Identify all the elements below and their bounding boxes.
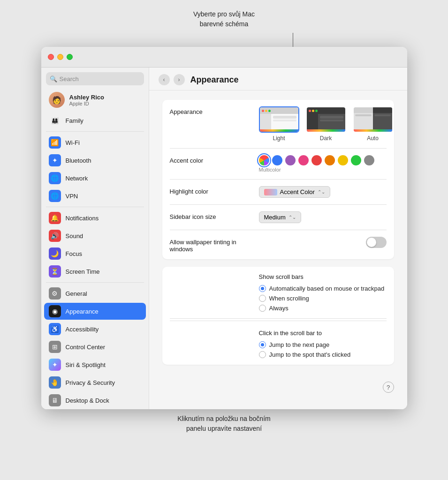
sidebar-item-wifi[interactable]: 📶 Wi-Fi xyxy=(44,134,146,151)
sidebar-item-accessibility[interactable]: ♿ Accessibility xyxy=(44,321,146,338)
minimize-button[interactable] xyxy=(57,54,63,60)
sidebar-label-screentime: Screen Time xyxy=(66,268,100,275)
main-content: ‹ › Appearance Appearance xyxy=(149,68,407,409)
vpn-icon: 🌐 xyxy=(49,190,61,202)
accent-color-row: Accent color xyxy=(170,149,387,180)
click-spot-option[interactable]: Jump to the spot that's clicked xyxy=(259,351,351,358)
appearance-row: Appearance xyxy=(170,100,387,149)
sidebar-label-general: General xyxy=(66,290,87,297)
highlight-color-label: Highlight color xyxy=(170,186,250,195)
accent-purple[interactable] xyxy=(285,155,296,165)
sidebar-divider xyxy=(46,131,144,132)
click-next-page-label: Jump to the next page xyxy=(269,341,330,348)
accent-yellow[interactable] xyxy=(338,155,348,165)
scrollbar-scrolling-option[interactable]: When scrolling xyxy=(259,295,385,302)
sidebar-icon-size-row: Sidebar icon size Medium ⌃⌄ xyxy=(170,205,387,230)
click-next-page-option[interactable]: Jump to the next page xyxy=(259,341,351,348)
appearance-option-light[interactable]: Light xyxy=(259,106,299,142)
sidebar-item-privacy[interactable]: 🤚 Privacy & Security xyxy=(44,374,146,391)
avatar: 🧑 xyxy=(49,92,65,108)
accent-orange[interactable] xyxy=(325,155,335,165)
show-scrollbars-label: Show scroll bars xyxy=(259,273,385,280)
sidebar-label-privacy: Privacy & Security xyxy=(66,379,115,386)
sidebar-item-vpn[interactable]: 🌐 VPN xyxy=(44,188,146,204)
click-scrollbar-group: Click in the scroll bar to Jump to the n… xyxy=(259,330,351,358)
privacy-icon: 🤚 xyxy=(49,376,61,389)
accent-graphite[interactable] xyxy=(364,155,374,165)
appearance-row-control: Light xyxy=(259,106,393,142)
accent-green[interactable] xyxy=(351,155,361,165)
callout-bottom: Kliknutím na položku na bočním panelu up… xyxy=(177,414,270,434)
scrollbar-scrolling-radio[interactable] xyxy=(259,295,266,302)
accent-color-label: Accent color xyxy=(170,155,250,164)
scrollbar-auto-option[interactable]: Automatically based on mouse or trackpad xyxy=(259,285,385,292)
click-scrollbar-label: Click in the scroll bar to xyxy=(259,330,351,337)
maximize-button[interactable] xyxy=(67,54,73,60)
close-button[interactable] xyxy=(48,54,54,60)
sidebar-item-screentime[interactable]: ⏳ Screen Time xyxy=(44,263,146,280)
family-item[interactable]: 👨‍👩‍👧 Family xyxy=(44,112,146,129)
click-scrollbar-row-label xyxy=(170,330,250,331)
sidebar-size-dropdown[interactable]: Medium ⌃⌄ xyxy=(259,211,301,223)
wallpaper-tinting-toggle[interactable] xyxy=(366,237,387,248)
highlight-color-dropdown[interactable]: Accent Color ⌃⌄ xyxy=(259,186,330,198)
user-item[interactable]: 🧑 Ashley Rico Apple ID xyxy=(44,89,146,111)
sidebar-item-controlcenter[interactable]: ⊞ Control Center xyxy=(44,338,146,355)
sidebar-item-bluetooth[interactable]: ✦ Bluetooth xyxy=(44,152,146,169)
sidebar-item-appearance[interactable]: ◉ Appearance xyxy=(44,303,146,320)
highlight-color-row: Highlight color Accent Color ⌃⌄ xyxy=(170,180,387,205)
sidebar-item-focus[interactable]: 🌙 Focus xyxy=(44,245,146,262)
nav-forward-button[interactable]: › xyxy=(174,74,185,85)
appearance-thumbnail-auto xyxy=(353,106,393,133)
accent-multicolor[interactable] xyxy=(259,155,269,165)
wallpaper-tinting-control xyxy=(259,237,387,248)
wallpaper-tinting-label: Allow wallpaper tinting in windows xyxy=(170,237,250,253)
user-info: Ashley Rico Apple ID xyxy=(69,94,104,106)
show-scrollbars-group: Show scroll bars Automatically based on … xyxy=(259,273,385,312)
scrollbar-always-option[interactable]: Always xyxy=(259,305,385,312)
titlebar xyxy=(41,47,407,68)
sidebar-item-siri[interactable]: ✦ Siri & Spotlight xyxy=(44,356,146,373)
sidebar-item-desktop[interactable]: 🖥 Desktop & Dock xyxy=(44,392,146,409)
desktop-icon: 🖥 xyxy=(49,394,61,406)
appearance-label-light: Light xyxy=(273,135,285,142)
focus-icon: 🌙 xyxy=(49,248,61,260)
sidebar-item-notifications[interactable]: 🔔 Notifications xyxy=(44,210,146,226)
appearance-option-auto[interactable]: Auto xyxy=(353,106,393,142)
sound-icon: 🔊 xyxy=(49,230,61,242)
click-next-page-radio[interactable] xyxy=(259,341,266,348)
appearance-thumbnail-light xyxy=(259,106,299,133)
scrollbar-row: Show scroll bars Automatically based on … xyxy=(170,267,387,319)
search-bar[interactable]: 🔍 Search xyxy=(46,72,144,85)
sidebar-label-wifi: Wi-Fi xyxy=(66,139,80,146)
accent-red[interactable] xyxy=(311,155,322,165)
user-name: Ashley Rico xyxy=(69,94,104,101)
accent-blue[interactable] xyxy=(272,155,282,165)
click-spot-label: Jump to the spot that's clicked xyxy=(269,351,351,358)
main-header: ‹ › Appearance xyxy=(149,68,407,90)
traffic-lights xyxy=(48,54,73,60)
sidebar-item-sound[interactable]: 🔊 Sound xyxy=(44,227,146,244)
window-body: 🔍 Search 🧑 Ashley Rico Apple ID 👨‍👩‍👧 Fa… xyxy=(41,68,407,409)
scrollbar-always-radio[interactable] xyxy=(259,305,266,312)
appearance-thumbnail-dark xyxy=(306,106,346,133)
click-spot-radio[interactable] xyxy=(259,351,266,358)
appearance-option-dark[interactable]: Dark xyxy=(306,106,346,142)
accent-selected-label: Multicolor xyxy=(259,167,281,172)
accent-pink[interactable] xyxy=(298,155,309,165)
sidebar-item-general[interactable]: ⚙ General xyxy=(44,285,146,302)
appearance-row-label: Appearance xyxy=(170,106,250,115)
highlight-color-control: Accent Color ⌃⌄ xyxy=(259,186,387,198)
scrollbar-separator xyxy=(170,321,387,321)
user-subtitle: Apple ID xyxy=(69,101,104,106)
help-button[interactable]: ? xyxy=(383,382,394,393)
sidebar-item-network[interactable]: 🌐 Network xyxy=(44,170,146,187)
family-label: Family xyxy=(66,117,84,124)
scrollbar-auto-radio[interactable] xyxy=(259,285,266,292)
appearance-icon: ◉ xyxy=(49,305,61,317)
scrollbar-scrolling-label: When scrolling xyxy=(269,295,309,302)
network-icon: 🌐 xyxy=(49,172,61,184)
nav-back-button[interactable]: ‹ xyxy=(159,74,170,85)
settings-window: 🔍 Search 🧑 Ashley Rico Apple ID 👨‍👩‍👧 Fa… xyxy=(41,47,407,409)
content-area: Appearance xyxy=(149,90,407,382)
